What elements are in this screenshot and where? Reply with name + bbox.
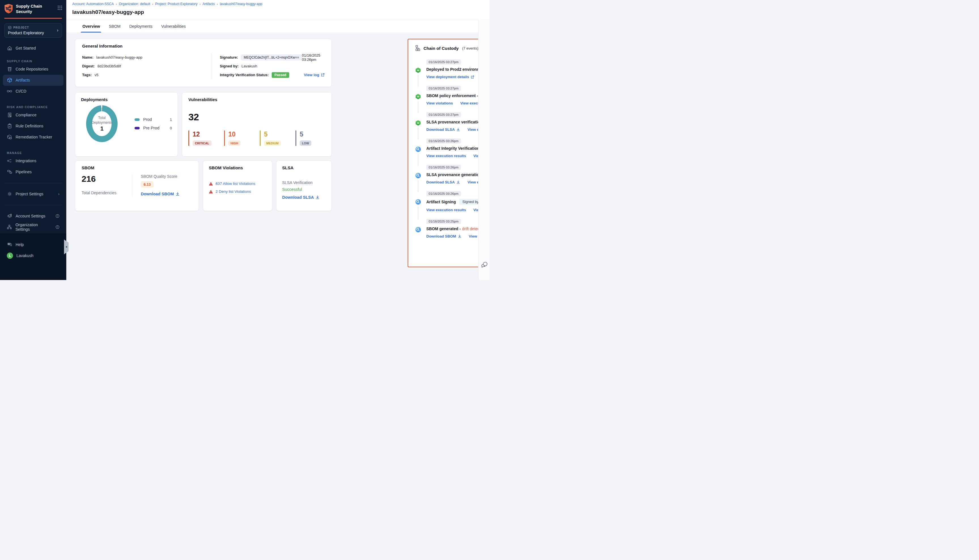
field-label: Tags: [82, 73, 92, 77]
svg-text:?: ? [8, 243, 10, 245]
sidebar-section-supply-chain: SUPPLY CHAIN [7, 60, 66, 63]
tab-overview[interactable]: Overview [82, 20, 100, 33]
allow-list-violations-link[interactable]: 637 Allow list Violations [216, 182, 255, 186]
sidebar-item-project-settings[interactable]: Project Settings › [3, 188, 63, 200]
chevron-right-icon: › [57, 28, 58, 33]
user-name: Lavakush [17, 253, 33, 258]
general-information-card: General Information Name: lavakush07/eas… [75, 39, 332, 87]
download-sbom-link[interactable]: Download SBOM [141, 192, 180, 196]
breadcrumb-project[interactable]: Project: Product Exploratory [155, 2, 197, 6]
integrations-icon [7, 158, 12, 163]
event-title: SLSA provenance generation [426, 172, 481, 177]
sidebar-item-rule-definitions[interactable]: Rule Definitions [3, 121, 63, 132]
sidebar-item-label: Rule Definitions [15, 124, 43, 128]
sidebar-item-get-started[interactable]: Get Started [3, 43, 63, 54]
breadcrumb-organization[interactable]: Organization: default [119, 2, 150, 6]
download-icon [456, 128, 460, 132]
sidebar-item-pipelines[interactable]: Pipelines [3, 167, 63, 178]
sidebar-user[interactable]: L Lavakush [3, 250, 63, 261]
link-label: Download SBOM [426, 234, 456, 238]
field-value: lavakush07/easy-buggy-app [96, 55, 142, 60]
legend-value: 0 [170, 126, 172, 130]
hierarchy-icon [415, 45, 421, 51]
main-content: General Information Name: lavakush07/eas… [66, 33, 478, 280]
view-violations-link[interactable]: View violations [426, 101, 453, 105]
breadcrumb: Account: Automation-SSCA › Organization:… [72, 2, 262, 6]
help-chat-icon: ? [7, 242, 12, 247]
sidebar-item-compliance[interactable]: Compliance [3, 110, 63, 121]
svg-text:∞: ∞ [417, 121, 419, 125]
signature-chip: MEQCICde2VjIT...bL+2+mqnOXw== [241, 54, 302, 61]
breadcrumb-account[interactable]: Account: Automation-SSCA [72, 2, 114, 6]
event-title: Artifact Integrity Verification - [426, 146, 482, 151]
project-selector-label: PROJECT [13, 26, 29, 29]
sidebar-item-remediation-tracker[interactable]: Remediation Tracker [3, 132, 63, 143]
event-title: SLSA provenance verification - [426, 120, 484, 124]
view-execution-results-link[interactable]: View execution results [426, 154, 466, 158]
sidebar-item-help[interactable]: ? Help [3, 239, 63, 250]
integrity-row: Integrity Verification Status: Passed Vi… [220, 70, 325, 79]
chain-of-custody-count: (7 events) [462, 46, 478, 50]
download-sbom-link[interactable]: Download SBOM [426, 234, 461, 238]
slsa-card: SLSA SLSA Verification Successful Downlo… [276, 160, 332, 211]
severity-badge: MEDIUM [264, 140, 281, 146]
gear-icon [7, 192, 12, 197]
event-timestamp: 01/16/2025 03:27pm [426, 86, 461, 91]
sidebar-item-label: Project Settings [15, 192, 43, 196]
scan-circle-icon [415, 199, 421, 205]
org-chart-gear-icon [7, 225, 12, 230]
legend-swatch-preprod [135, 127, 140, 129]
field-label: Integrity Verification Status: [220, 73, 269, 77]
cube-tag-icon [7, 135, 12, 140]
slsa-verification-label: SLSA Verification [282, 180, 326, 185]
sbom-card: SBOM 216 Total Dependencies SBOM Quality… [75, 160, 199, 211]
sidebar-item-organization-settings[interactable]: Organization Settings [3, 222, 63, 233]
download-icon [316, 195, 319, 199]
donut-center-label: Total [92, 115, 112, 120]
view-execution-results-link[interactable]: View execution results [426, 208, 466, 212]
legend-item-prod: Prod 1 [135, 117, 172, 122]
severity-badge: HIGH [228, 140, 241, 146]
link-label: View log [304, 73, 319, 77]
breadcrumb-separator: › [217, 2, 218, 6]
card-title: SLSA [282, 165, 326, 170]
download-slsa-link[interactable]: Download SLSA [282, 195, 319, 200]
tab-sbom[interactable]: SBOM [108, 20, 121, 33]
sidebar-item-account-settings[interactable]: Account Settings [3, 211, 63, 222]
sidebar-item-label: Remediation Tracker [15, 135, 52, 139]
layers-gear-icon [7, 213, 12, 218]
brand: Supply Chain Security [0, 0, 66, 15]
info-icon [55, 225, 60, 229]
sidebar-item-code-repositories[interactable]: Code Repositories [3, 64, 63, 75]
view-log-link[interactable]: View log [304, 73, 325, 77]
sidebar-item-cicd[interactable]: CI/CD [3, 86, 63, 97]
deny-list-violations-link[interactable]: 2 Deny list Violations [216, 189, 251, 193]
breadcrumb-separator: › [116, 2, 117, 6]
download-slsa-link[interactable]: Download SLSA [426, 127, 460, 132]
sidebar-item-artifacts[interactable]: Artifacts [3, 75, 63, 86]
download-slsa-link[interactable]: Download SLSA [426, 180, 460, 184]
sbom-total: 216 [82, 174, 132, 184]
card-title: Vulnerabilities [189, 97, 325, 102]
field-value: 8d23bd3b5d8f [97, 64, 121, 68]
app-grid-icon[interactable] [57, 5, 62, 10]
field-label: Signed by: [220, 64, 239, 68]
scan-circle-icon [415, 172, 421, 178]
tab-deployments[interactable]: Deployments [129, 20, 153, 33]
warning-icon [209, 182, 213, 186]
deployments-card: Deployments Total Deployments 1 Prod 1 [75, 92, 178, 157]
sidebar-item-integrations[interactable]: Integrations [3, 155, 63, 167]
severity-count: 10 [228, 130, 260, 138]
project-selector[interactable]: PROJECT Product Exploratory › [4, 23, 62, 38]
breadcrumb-current[interactable]: lavakush07/easy-buggy-app [220, 2, 262, 6]
sidebar-section-manage: MANAGE [7, 151, 66, 155]
chat-feedback-icon[interactable] [481, 261, 488, 268]
svg-text:∞: ∞ [417, 68, 419, 72]
field-label: Digest: [82, 64, 95, 68]
warning-icon [209, 190, 213, 193]
tab-vulnerabilities[interactable]: Vulnerabilities [160, 20, 186, 33]
view-deployment-details-link[interactable]: View deployment details [426, 75, 474, 79]
scan-circle-icon [415, 146, 421, 152]
signed-by-row: Signed by: Lavakush [220, 62, 325, 70]
breadcrumb-artifacts[interactable]: Artifacts [202, 2, 215, 6]
